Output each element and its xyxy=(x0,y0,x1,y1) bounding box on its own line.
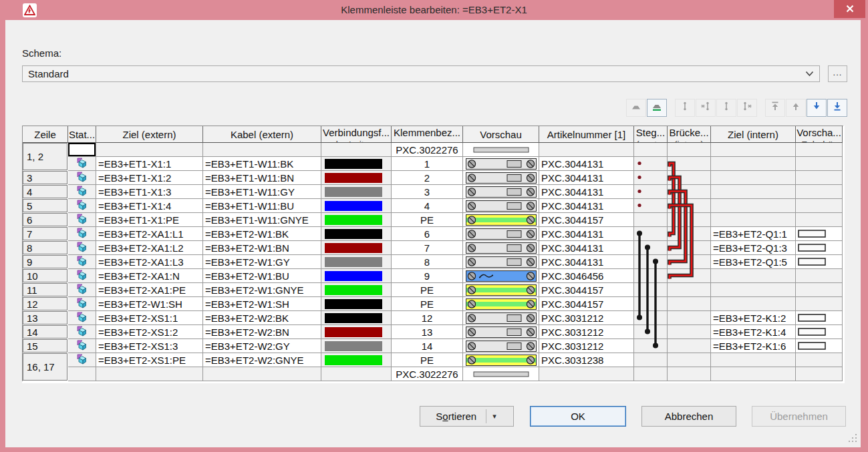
cell-ziel-intern[interactable]: =EB3+ET2-K1:4 xyxy=(711,325,796,339)
cell-ziel-extern[interactable]: =EB3+ET1-X1:4 xyxy=(96,199,203,213)
cell-status[interactable] xyxy=(68,241,96,255)
cell-kabel-extern[interactable]: =EB3+ET2-W2:BN xyxy=(203,325,321,339)
cell-vorschau[interactable] xyxy=(463,283,539,297)
cell-ziel-extern[interactable] xyxy=(96,143,203,157)
cell-stegbruecke[interactable] xyxy=(634,269,668,283)
terminal-pin-button[interactable] xyxy=(675,99,695,117)
cell-vorschau[interactable] xyxy=(463,297,539,311)
cell-stegbruecke[interactable] xyxy=(634,353,668,367)
row-header[interactable]: 8 xyxy=(23,241,67,254)
cell-ziel-extern[interactable]: =EB3+ET1-X1:PE xyxy=(96,213,203,227)
row-header[interactable]: 12 xyxy=(23,297,67,310)
col-header-vorscha[interactable]: Vorscha...Zubehör xyxy=(796,126,843,143)
cell-klemmenbezeichnung[interactable]: 8 xyxy=(392,255,463,269)
cell-kabel-extern[interactable]: =EB3+ET2-W1:SH xyxy=(203,297,321,311)
cell-klemmenbezeichnung[interactable]: 6 xyxy=(392,227,463,241)
cell-kabel-extern[interactable]: =EB3+ET2-W2:GY xyxy=(203,339,321,353)
cell-bruecke[interactable] xyxy=(668,311,711,325)
cell-kabel-extern[interactable]: =EB3+ET1-W11:BN xyxy=(203,171,321,185)
cell-artikelnummer[interactable] xyxy=(539,143,634,157)
cell-stegbruecke[interactable] xyxy=(634,367,668,381)
cell-vorschau[interactable] xyxy=(463,227,539,241)
cell-artikelnummer[interactable]: PXC.3044131 xyxy=(539,199,634,213)
cell-status[interactable] xyxy=(68,353,96,367)
row-header[interactable]: 7 xyxy=(23,227,67,240)
row-header[interactable]: 14 xyxy=(23,325,67,338)
cell-ziel-intern[interactable]: =EB3+ET2-Q1:1 xyxy=(711,227,796,241)
cell-vorschau[interactable] xyxy=(463,241,539,255)
cell-status[interactable] xyxy=(68,171,96,185)
cell-artikelnummer[interactable]: PXC.3046456 xyxy=(539,269,634,283)
cell-vorschau[interactable] xyxy=(463,213,539,227)
cell-kabel-extern[interactable]: =EB3+ET2-W1:BU xyxy=(203,269,321,283)
cell-status[interactable] xyxy=(68,255,96,269)
cell-artikelnummer[interactable]: PXC.3044157 xyxy=(539,297,634,311)
cell-ziel-extern[interactable] xyxy=(96,367,203,381)
cell-ziel-extern[interactable]: =EB3+ET2-XA1:L1 xyxy=(96,227,203,241)
col-header-vorschau[interactable]: Vorschau xyxy=(463,126,539,143)
col-header-bruecke[interactable]: Brücke...(intern) xyxy=(668,126,711,143)
col-header-farbe[interactable]: Verbindungsf...der Leitung xyxy=(321,126,392,143)
schema-browse-button[interactable]: ... xyxy=(828,65,847,82)
col-header-ziel_int[interactable]: Ziel (intern) xyxy=(711,126,796,143)
cell-ziel-intern[interactable]: =EB3+ET2-Q1:5 xyxy=(711,255,796,269)
uebernehmen-button[interactable]: Übernehmen xyxy=(752,406,846,427)
cell-status[interactable] xyxy=(68,269,96,283)
cell-artikelnummer[interactable]: PXC.3031212 xyxy=(539,325,634,339)
cell-ziel-intern[interactable] xyxy=(711,185,796,199)
cell-vorschau[interactable] xyxy=(463,199,539,213)
cell-kabel-extern[interactable]: =EB3+ET2-W1:GNYE xyxy=(203,283,321,297)
cell-stegbruecke[interactable] xyxy=(634,311,668,325)
cell-ziel-extern[interactable]: =EB3+ET1-X1:1 xyxy=(96,157,203,171)
row-header[interactable]: 10 xyxy=(23,269,67,282)
row-header[interactable]: 11 xyxy=(23,283,67,296)
cell-stegbruecke[interactable] xyxy=(634,157,668,171)
cell-ziel-extern[interactable]: =EB3+ET2-XS1:PE xyxy=(96,353,203,367)
cell-klemmenbezeichnung[interactable]: 2 xyxy=(392,171,463,185)
cell-klemmenbezeichnung[interactable]: PE xyxy=(392,297,463,311)
cell-vorschau-zubehoer[interactable] xyxy=(796,185,843,199)
cell-status[interactable] xyxy=(68,227,96,241)
cell-klemmenbezeichnung[interactable]: 4 xyxy=(392,199,463,213)
cell-kabel-extern[interactable]: =EB3+ET1-W11:GNYE xyxy=(203,213,321,227)
col-header-steg[interactable]: Steg...(gest... xyxy=(634,126,668,143)
cell-bruecke[interactable] xyxy=(668,227,711,241)
cell-stegbruecke[interactable] xyxy=(634,325,668,339)
cell-status[interactable] xyxy=(68,283,96,297)
cell-verbindungsfarbe[interactable] xyxy=(321,157,392,171)
cell-verbindungsfarbe[interactable] xyxy=(321,297,392,311)
cell-artikelnummer[interactable]: PXC.3044131 xyxy=(539,227,634,241)
cell-bruecke[interactable] xyxy=(668,283,711,297)
cell-ziel-intern[interactable]: =EB3+ET2-Q1:3 xyxy=(711,241,796,255)
cell-vorschau-zubehoer[interactable] xyxy=(796,325,843,339)
cell-verbindungsfarbe[interactable] xyxy=(321,255,392,269)
cell-bruecke[interactable] xyxy=(668,213,711,227)
cell-artikelnummer[interactable]: PXC.3031212 xyxy=(539,339,634,353)
row-header[interactable]: 9 xyxy=(23,255,67,268)
cell-stegbruecke[interactable] xyxy=(634,241,668,255)
cell-verbindungsfarbe[interactable] xyxy=(321,241,392,255)
cell-artikelnummer[interactable]: PXC.3044131 xyxy=(539,157,634,171)
cell-status[interactable] xyxy=(68,367,96,381)
cell-verbindungsfarbe[interactable] xyxy=(321,227,392,241)
cell-vorschau-zubehoer[interactable] xyxy=(796,213,843,227)
cell-vorschau[interactable] xyxy=(463,339,539,353)
col-header-zeile[interactable]: Zeile xyxy=(23,126,68,143)
cell-vorschau-zubehoer[interactable] xyxy=(796,143,843,157)
cell-artikelnummer[interactable]: PXC.3044131 xyxy=(539,255,634,269)
cell-ziel-extern[interactable]: =EB3+ET2-W1:SH xyxy=(96,297,203,311)
row-header[interactable]: 4 xyxy=(23,185,67,198)
cell-stegbruecke[interactable] xyxy=(634,199,668,213)
row-header[interactable]: 3 xyxy=(23,171,67,184)
cell-verbindungsfarbe[interactable] xyxy=(321,143,392,157)
cell-kabel-extern[interactable]: =EB3+ET1-W11:BU xyxy=(203,199,321,213)
cell-stegbruecke[interactable] xyxy=(634,171,668,185)
cell-ziel-extern[interactable]: =EB3+ET2-XS1:3 xyxy=(96,339,203,353)
cell-vorschau[interactable] xyxy=(463,367,539,381)
cell-stegbruecke[interactable] xyxy=(634,143,668,157)
cell-bruecke[interactable] xyxy=(668,157,711,171)
dropdown-arrow-icon[interactable]: ▾ xyxy=(492,412,498,421)
cell-vorschau-zubehoer[interactable] xyxy=(796,157,843,171)
cell-vorschau[interactable] xyxy=(463,353,539,367)
cell-artikelnummer[interactable]: PXC.3044131 xyxy=(539,185,634,199)
